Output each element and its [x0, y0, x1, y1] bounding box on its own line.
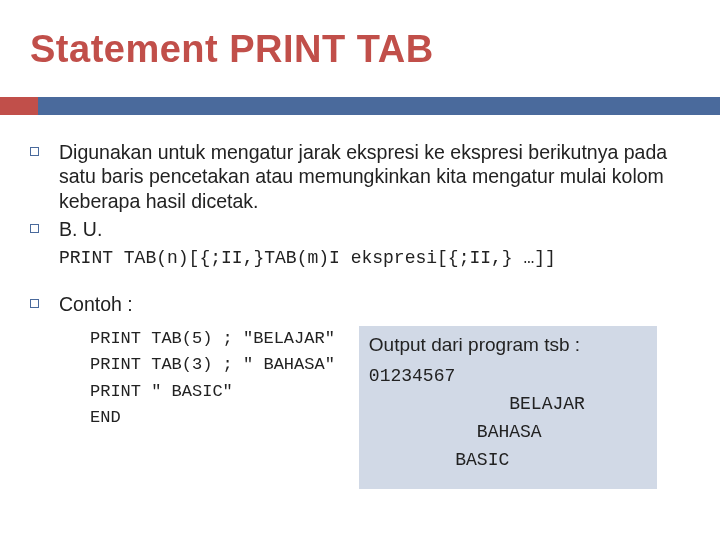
slide-title: Statement PRINT TAB — [0, 0, 720, 71]
bullet-item: Contoh : — [30, 292, 692, 316]
example-section: Contoh : PRINT TAB(5) ; "BELAJAR" PRINT … — [30, 292, 692, 489]
square-bullet-icon — [30, 224, 39, 233]
syntax-line: PRINT TAB(n)[{;II,}TAB(m)I ekspresi[{;II… — [59, 248, 692, 268]
bullet-text: B. U. — [59, 217, 102, 241]
bullet-item: Digunakan untuk mengatur jarak ekspresi … — [30, 140, 692, 213]
square-bullet-icon — [30, 147, 39, 156]
square-bullet-icon — [30, 299, 39, 308]
output-box: Output dari program tsb : 01234567 BELAJ… — [359, 326, 657, 489]
content-area: Digunakan untuk mengatur jarak ekspresi … — [30, 140, 692, 489]
accent-bar — [0, 97, 720, 115]
example-code: PRINT TAB(5) ; "BELAJAR" PRINT TAB(3) ; … — [90, 326, 335, 489]
bullet-item: B. U. — [30, 217, 692, 241]
output-lines: 01234567 BELAJAR BAHASA BASIC — [369, 363, 643, 475]
example-wrap: PRINT TAB(5) ; "BELAJAR" PRINT TAB(3) ; … — [90, 326, 692, 489]
output-title: Output dari program tsb : — [369, 330, 643, 363]
example-label: Contoh : — [59, 292, 133, 316]
bullet-text: Digunakan untuk mengatur jarak ekspresi … — [59, 140, 692, 213]
